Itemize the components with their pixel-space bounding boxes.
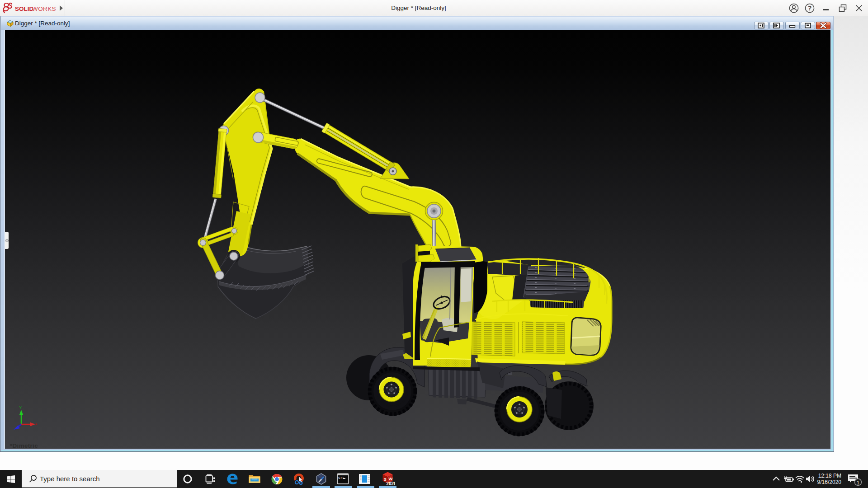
svg-text:*Dimetric: *Dimetric [10, 442, 38, 449]
svg-text:W: W [389, 476, 393, 481]
svg-text:SOLID: SOLID [15, 5, 34, 12]
svg-text:C:\: C:\ [339, 476, 344, 480]
svg-text:1: 1 [857, 480, 859, 485]
svg-text:?: ? [808, 5, 812, 12]
svg-text:WORKS: WORKS [32, 5, 56, 12]
svg-text:Y: Y [19, 405, 22, 410]
